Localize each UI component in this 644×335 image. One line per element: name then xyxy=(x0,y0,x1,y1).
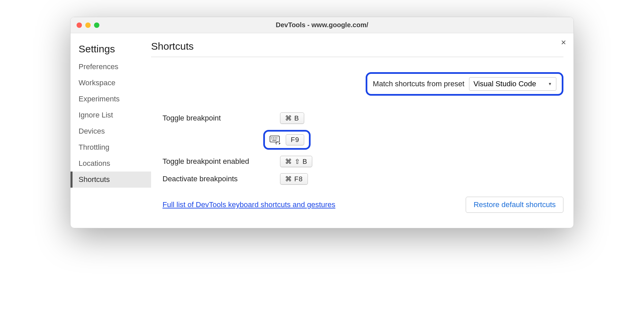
sidebar-item-throttling[interactable]: Throttling xyxy=(71,139,151,155)
preset-select[interactable]: Visual Studio Code ▼ xyxy=(469,77,556,91)
page-title: Shortcuts xyxy=(151,41,563,57)
shortcut-label: Toggle breakpoint enabled xyxy=(163,157,280,166)
sidebar-item-shortcuts[interactable]: Shortcuts xyxy=(71,172,151,188)
shortcut-row-deactivate-breakpoints: Deactivate breakpoints ⌘ F8 xyxy=(163,173,563,185)
sidebar-title: Settings xyxy=(71,40,151,59)
sidebar-item-workspace[interactable]: Workspace xyxy=(71,75,151,91)
shortcut-label: Deactivate breakpoints xyxy=(163,175,280,183)
shortcut-row-toggle-breakpoint-enabled: Toggle breakpoint enabled ⌘ ⇧ B xyxy=(163,156,563,167)
titlebar: DevTools - www.google.com/ xyxy=(71,17,573,33)
shortcut-key: ⌘ B xyxy=(280,112,304,124)
settings-window: DevTools - www.google.com/ × Settings Pr… xyxy=(70,17,574,228)
close-window-button[interactable] xyxy=(77,22,82,28)
main-panel: Shortcuts Match shortcuts from preset Vi… xyxy=(151,33,573,228)
svg-marker-10 xyxy=(279,142,280,144)
sidebar-item-devices[interactable]: Devices xyxy=(71,123,151,139)
restore-defaults-button[interactable]: Restore default shortcuts xyxy=(466,197,563,213)
preset-selected-value: Visual Studio Code xyxy=(473,80,536,88)
close-icon[interactable]: × xyxy=(561,38,566,47)
minimize-window-button[interactable] xyxy=(85,22,91,28)
traffic-lights xyxy=(71,22,99,28)
sidebar-item-experiments[interactable]: Experiments xyxy=(71,91,151,107)
sidebar: Settings Preferences Workspace Experimen… xyxy=(71,33,151,228)
shortcut-label: Toggle breakpoint xyxy=(163,114,280,123)
sidebar-item-preferences[interactable]: Preferences xyxy=(71,59,151,75)
window-title: DevTools - www.google.com/ xyxy=(71,21,573,29)
chevron-down-icon: ▼ xyxy=(548,82,552,86)
shortcut-key: F9 xyxy=(286,134,304,145)
f9-highlight: F9 xyxy=(263,130,311,150)
shortcut-key: ⌘ ⇧ B xyxy=(280,156,312,167)
shortcut-key: ⌘ F8 xyxy=(280,173,308,185)
shortcut-row-toggle-breakpoint: Toggle breakpoint ⌘ B xyxy=(163,112,563,124)
preset-label: Match shortcuts from preset xyxy=(373,80,464,88)
zoom-window-button[interactable] xyxy=(94,22,99,28)
keyboard-reset-icon xyxy=(270,136,281,144)
shortcut-row-f9: F9 xyxy=(163,130,563,150)
sidebar-item-locations[interactable]: Locations xyxy=(71,155,151,172)
full-shortcuts-link[interactable]: Full list of DevTools keyboard shortcuts… xyxy=(163,200,335,209)
sidebar-item-ignore-list[interactable]: Ignore List xyxy=(71,107,151,123)
preset-highlight: Match shortcuts from preset Visual Studi… xyxy=(366,72,563,96)
